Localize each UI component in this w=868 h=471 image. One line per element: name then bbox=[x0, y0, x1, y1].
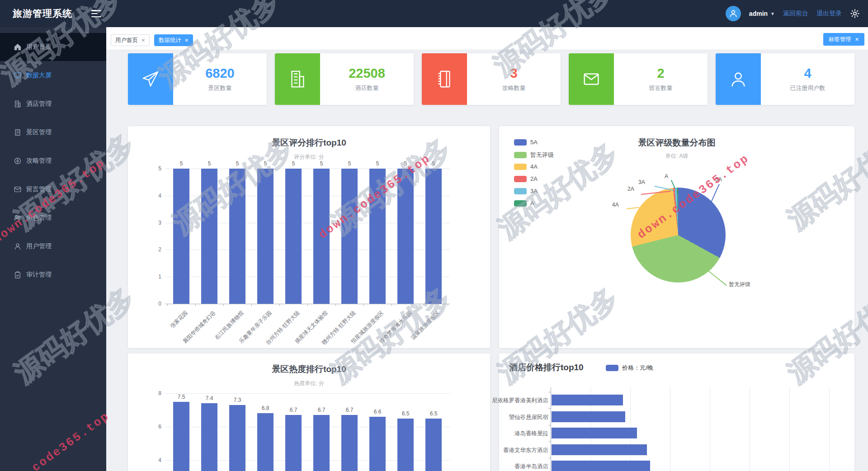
sidebar-item-label: 景区管理 bbox=[26, 128, 52, 137]
chart-hotel-price: 酒店价格排行top10价格：元/晚尼依格罗香港美利酒店望仙谷悬崖民宿港岛香格里拉… bbox=[499, 353, 854, 471]
sidebar-item-角色管理[interactable]: 角色管理 bbox=[0, 203, 106, 232]
scenic-icon bbox=[14, 128, 22, 137]
tab-用户首页[interactable]: 用户首页✕ bbox=[111, 34, 150, 46]
sidebar-item-label: 角色管理 bbox=[26, 214, 52, 222]
back-to-front-link[interactable]: 返回前台 bbox=[783, 9, 808, 18]
stat-label: 景区数量 bbox=[208, 84, 232, 92]
tag-manager-button[interactable]: 标签管理✕ bbox=[823, 33, 864, 46]
tab-label: 数据统计 bbox=[159, 37, 181, 43]
stat-card-景区数量: 6820景区数量 bbox=[128, 53, 267, 105]
hotel-label: 港岛香格里拉 bbox=[458, 430, 548, 438]
guide-icon bbox=[14, 157, 22, 165]
stat-card-留言数量: 2留言数量 bbox=[569, 53, 708, 105]
stats-row: 6820景区数量22508酒店数量3攻略数量2留言数量4已注册用户数 bbox=[128, 53, 854, 105]
close-icon[interactable]: ✕ bbox=[184, 38, 189, 43]
sidebar-item-攻略管理[interactable]: 攻略管理 bbox=[0, 146, 106, 175]
stat-card-酒店数量: 22508酒店数量 bbox=[275, 53, 414, 105]
role-icon bbox=[14, 214, 22, 222]
home-icon bbox=[14, 43, 22, 51]
main-content: 6820景区数量22508酒店数量3攻略数量2留言数量4已注册用户数 景区评分排… bbox=[106, 50, 868, 471]
sidebar-item-label: 审计管理 bbox=[26, 271, 52, 279]
sidebar-item-label: 用户首页 bbox=[26, 43, 52, 51]
sidebar-item-label: 数据大屏 bbox=[26, 71, 52, 80]
legend-item-5A[interactable]: 5A bbox=[514, 139, 538, 146]
legend-item-2A[interactable]: 2A bbox=[514, 175, 538, 182]
legend-item-4A[interactable]: 4A bbox=[514, 163, 538, 170]
user-name: admin bbox=[749, 10, 768, 17]
sidebar-item-审计管理[interactable]: 审计管理 bbox=[0, 260, 106, 289]
hotel-label: 香港文华东方酒店 bbox=[458, 447, 548, 454]
stat-value: 6820 bbox=[205, 66, 235, 81]
legend-item-A[interactable]: A bbox=[514, 200, 534, 207]
close-icon[interactable]: ✕ bbox=[855, 37, 859, 42]
chart-scenic-score: 景区评分排行top10评分单位: 分0123455张家花园5襄阳华侨城奇幻谷5右… bbox=[128, 126, 490, 348]
sidebar-item-用户首页[interactable]: 用户首页 bbox=[0, 33, 106, 61]
avatar[interactable] bbox=[726, 6, 741, 21]
stat-value: 3 bbox=[510, 66, 517, 81]
hotel-label: 香港半岛酒店 bbox=[458, 463, 548, 471]
top-navbar: 旅游管理系统 admin ▼ 返回前台 退出登录 bbox=[0, 0, 868, 27]
pie-label-A: A bbox=[665, 173, 668, 179]
menu-fold-icon[interactable] bbox=[91, 10, 101, 17]
close-icon[interactable]: ✕ bbox=[141, 38, 145, 43]
sidebar-item-label: 攻略管理 bbox=[26, 157, 52, 165]
logout-link[interactable]: 退出登录 bbox=[816, 9, 842, 18]
message-icon bbox=[14, 185, 22, 193]
tab-数据统计[interactable]: 数据统计✕ bbox=[154, 34, 193, 46]
screen-icon bbox=[14, 71, 22, 80]
stat-label: 攻略数量 bbox=[502, 84, 526, 92]
legend-price[interactable]: 价格：元/晚 bbox=[606, 364, 653, 372]
sidebar-item-景区管理[interactable]: 景区管理 bbox=[0, 118, 106, 146]
stat-value: 22508 bbox=[349, 66, 385, 81]
stat-card-攻略数量: 3攻略数量 bbox=[422, 53, 561, 105]
chart-scenic-heat: 景区热度排行top10热度单位: 分024687.57.47.36.86.76.… bbox=[128, 353, 490, 471]
send-icon bbox=[128, 53, 173, 105]
chart-rating-pie: 景区评级数量分布图单位: A级5A暂无评级4A2A3AA5A暂无评级4A2A3A… bbox=[499, 126, 854, 348]
sidebar-item-label: 酒店管理 bbox=[26, 100, 52, 108]
stat-card-已注册用户数: 4已注册用户数 bbox=[716, 53, 854, 105]
sidebar-item-数据大屏[interactable]: 数据大屏 bbox=[0, 61, 106, 89]
notebook-icon bbox=[422, 53, 467, 105]
audit-icon bbox=[14, 271, 22, 279]
hotel-label: 尼依格罗香港美利酒店 bbox=[458, 397, 548, 405]
tab-label: 用户首页 bbox=[115, 37, 138, 43]
stat-label: 酒店数量 bbox=[355, 84, 379, 92]
pie-label-暂无评级: 暂无评级 bbox=[729, 281, 750, 288]
stat-label: 已注册用户数 bbox=[790, 84, 826, 92]
pie-label-2A: 2A bbox=[627, 186, 634, 192]
hotel-label: 望仙谷悬崖民宿 bbox=[458, 414, 548, 421]
app-title: 旅游管理系统 bbox=[13, 7, 85, 20]
user-icon bbox=[14, 242, 22, 250]
hotel-icon bbox=[14, 100, 22, 108]
legend-item-暂无评级[interactable]: 暂无评级 bbox=[514, 151, 554, 159]
sidebar-item-label: 用户管理 bbox=[26, 242, 52, 250]
user-menu[interactable]: admin ▼ bbox=[749, 10, 775, 17]
sidebar-item-留言管理[interactable]: 留言管理 bbox=[0, 175, 106, 203]
sidebar: 用户首页数据大屏酒店管理景区管理攻略管理留言管理角色管理用户管理审计管理 bbox=[0, 27, 106, 471]
gear-icon[interactable] bbox=[850, 9, 860, 19]
sidebar-item-label: 留言管理 bbox=[26, 185, 52, 193]
pie-label-3A: 3A bbox=[638, 179, 645, 185]
building-icon bbox=[275, 53, 320, 105]
chevron-down-icon: ▼ bbox=[770, 11, 775, 16]
tab-bar: 用户首页✕数据统计✕ 标签管理✕ bbox=[106, 27, 868, 50]
pie-label-4A: 4A bbox=[612, 202, 619, 208]
legend-item-3A[interactable]: 3A bbox=[514, 188, 538, 194]
stat-value: 4 bbox=[804, 66, 811, 81]
pie-label-5A: 5A bbox=[715, 176, 722, 183]
stat-value: 2 bbox=[657, 66, 664, 81]
sidebar-item-用户管理[interactable]: 用户管理 bbox=[0, 232, 106, 260]
person-icon bbox=[716, 53, 761, 105]
sidebar-item-酒店管理[interactable]: 酒店管理 bbox=[0, 89, 106, 118]
envelope-icon bbox=[569, 53, 614, 105]
stat-label: 留言数量 bbox=[649, 84, 673, 92]
